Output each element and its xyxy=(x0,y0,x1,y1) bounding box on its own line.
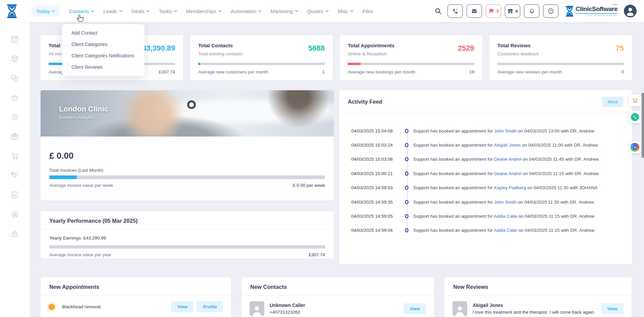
stat-footer-value: 1 xyxy=(322,69,325,74)
brand-name: ClinicSoftware xyxy=(576,5,618,12)
progress-bar xyxy=(49,245,325,249)
inbox-icon xyxy=(471,8,478,14)
timeline-dot xyxy=(405,214,409,218)
store-button[interactable]: 0 xyxy=(505,4,520,18)
contact-phone: +40731323263 xyxy=(270,310,404,315)
activity-time: 04/03/2025 15:00:21 xyxy=(351,171,401,176)
activity-row: 04/03/2025 15:03:24 Support has booked a… xyxy=(351,138,625,152)
more-button[interactable]: More xyxy=(602,97,623,107)
user-avatar[interactable] xyxy=(624,5,637,17)
stat-title: Total Reviews xyxy=(497,43,624,48)
client-link[interactable]: Abigail Jones xyxy=(494,143,521,148)
menu-item-client-reviews[interactable]: Client Reviews xyxy=(62,61,145,73)
timeline-dot xyxy=(405,171,409,176)
menu-item-add-contact[interactable]: Add Contact xyxy=(62,27,145,39)
progress-fill xyxy=(348,63,361,65)
report-icon[interactable] xyxy=(10,191,19,199)
search-button[interactable] xyxy=(434,7,442,15)
app-logo[interactable] xyxy=(7,4,17,18)
stat-footer-value: 19 xyxy=(469,69,474,74)
nav-item-memberships[interactable]: Memberships xyxy=(186,8,222,14)
ai-assistant-button[interactable]: AI xyxy=(629,141,641,153)
contacts-dropdown-menu: Add Contact Client Categories Client Cat… xyxy=(62,24,145,76)
nav-item-deals[interactable]: Deals xyxy=(131,8,150,14)
activity-time: 04/03/2025 15:03:24 xyxy=(351,143,401,148)
history-icon[interactable] xyxy=(10,113,19,121)
timeline-dot xyxy=(405,129,409,133)
activity-text: Support has booked an appointment for Ka… xyxy=(413,185,597,190)
main-navigation: Today Contacts Leads Deals Tasks Members… xyxy=(31,6,373,17)
timeline-dot xyxy=(405,228,409,232)
nav-item-quotes[interactable]: Quotes xyxy=(307,8,329,14)
new-reviews-card: New Reviews Abigail Jones I love this tr… xyxy=(444,277,632,317)
notifications-button[interactable] xyxy=(524,4,539,18)
stat-footer-value: £307.74 xyxy=(159,69,175,74)
progress-bar xyxy=(198,63,325,65)
package-icon[interactable] xyxy=(10,54,19,63)
basket-icon[interactable] xyxy=(10,93,19,102)
nav-item-leads[interactable]: Leads xyxy=(103,8,122,14)
clinic-overview-card: London Clinic Business Analytics £ 0.00 … xyxy=(41,90,334,201)
nav-item-marketing[interactable]: Marketing xyxy=(271,8,298,14)
new-reviews-title: New Reviews xyxy=(453,284,488,290)
stat-footer-label: Average new bookings per month xyxy=(348,69,415,74)
nav-item-tasks[interactable]: Tasks xyxy=(159,8,177,14)
nav-item-contacts[interactable]: Contacts xyxy=(69,8,94,14)
nav-label: Today xyxy=(36,8,50,14)
lock-icon[interactable] xyxy=(10,229,19,238)
ai-icon: AI xyxy=(631,143,639,152)
view-button[interactable]: View xyxy=(404,303,426,314)
chevron-down-icon xyxy=(146,10,150,12)
quick-cart-button[interactable] xyxy=(629,94,641,106)
calendar-icon[interactable]: 12 xyxy=(10,35,19,44)
nav-item-today[interactable]: Today xyxy=(31,6,60,17)
menu-item-client-categories[interactable]: Client Categories xyxy=(62,39,145,50)
chat-messages-button[interactable]: 3 xyxy=(486,4,501,18)
brand-logo[interactable]: ClinicSoftware .com TEN STEPS AHEAD xyxy=(566,6,618,17)
topbar-tools: 3 0 ? xyxy=(434,4,637,18)
progress-bar xyxy=(497,63,624,65)
client-link[interactable]: Kayley Padberg xyxy=(494,185,526,190)
help-button[interactable]: ? xyxy=(543,4,558,18)
client-link[interactable]: Addia Catie xyxy=(494,214,517,219)
activity-header: Activity Feed More xyxy=(339,90,632,112)
client-link[interactable]: John Smith xyxy=(494,200,517,205)
profile-button[interactable]: Profile xyxy=(197,301,223,312)
quick-call-button[interactable] xyxy=(629,111,641,123)
gift-icon[interactable] xyxy=(10,132,19,141)
yearly-body: Yearly Earnings: £43,290.89 Average invo… xyxy=(41,229,334,257)
progress-fill xyxy=(198,63,200,65)
client-link[interactable]: Deane Andrel xyxy=(494,171,522,176)
stat-value: 2529 xyxy=(458,44,474,53)
client-link[interactable]: Deane Andrel xyxy=(494,157,522,162)
copy-icon[interactable] xyxy=(10,74,19,83)
cart-icon[interactable] xyxy=(10,152,19,160)
client-link[interactable]: John Smith xyxy=(494,128,517,134)
view-button[interactable]: View xyxy=(601,303,624,314)
view-button[interactable]: View xyxy=(171,301,194,312)
progress-fill xyxy=(49,175,77,179)
new-appointments-header: New Appointments xyxy=(41,277,231,296)
new-contacts-card: New Contacts Unknown Caller +40731323263… xyxy=(241,277,434,317)
left-column: London Clinic Business Analytics £ 0.00 … xyxy=(41,90,334,264)
activity-text: Support has booked an appointment for De… xyxy=(413,157,599,162)
scrollbar-thumb[interactable] xyxy=(642,93,644,158)
nav-item-misc[interactable]: Misc xyxy=(338,8,354,14)
activity-feed-card: Activity Feed More 04/03/2025 15:04:08 S… xyxy=(339,90,632,264)
nav-label: Automation xyxy=(231,8,256,14)
user-circle-icon[interactable] xyxy=(10,210,19,219)
nav-item-files[interactable]: Files xyxy=(363,8,373,14)
menu-item-client-categories-notifications[interactable]: Client Categories Notifications xyxy=(62,50,145,61)
activity-text: Support has booked an appointment for Jo… xyxy=(413,128,594,134)
tags-icon[interactable] xyxy=(10,171,19,180)
client-link[interactable]: Addia Catie xyxy=(494,228,517,233)
reviewer-name: Abigail Jones xyxy=(473,303,601,308)
chevron-down-icon xyxy=(295,10,298,12)
stat-footer-value: 0 xyxy=(621,69,624,74)
brand-text: ClinicSoftware .com TEN STEPS AHEAD xyxy=(576,6,618,17)
inbox-button[interactable] xyxy=(467,4,482,18)
phone-calls-button[interactable] xyxy=(447,4,463,18)
yearly-earnings: Yearly Earnings: £43,290.89 xyxy=(49,235,325,241)
nav-item-automation[interactable]: Automation xyxy=(231,8,262,14)
activity-text: Support has booked an appointment for De… xyxy=(413,171,599,176)
